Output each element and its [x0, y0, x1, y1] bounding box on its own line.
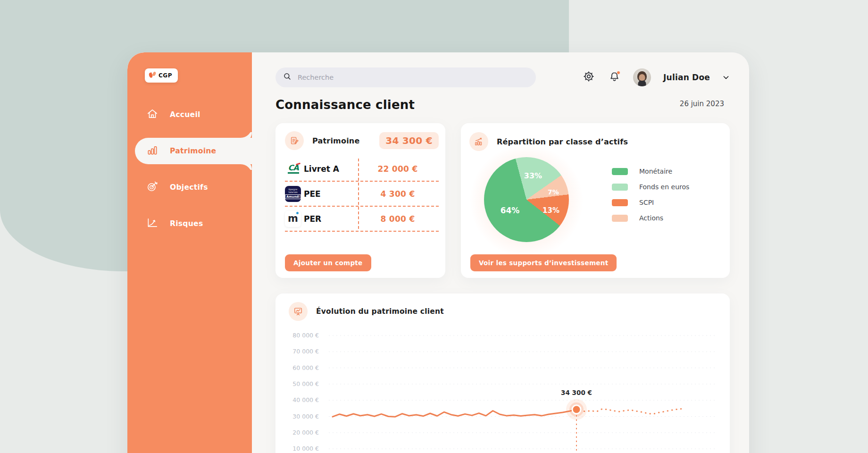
view-investments-button[interactable]: Voir les supports d’investissement: [470, 254, 617, 271]
main-content: Julian Doe Connaissance client 26 juin 2…: [252, 52, 749, 453]
cards-row: Patrimoine 34 300 € CA Livret A 22 000 €: [275, 123, 730, 278]
notifications-button[interactable]: [608, 71, 621, 84]
y-axis-label: 30 000 €: [282, 413, 319, 420]
m-logo: m: [285, 211, 304, 227]
account-row[interactable]: CA Livret A 22 000 €: [285, 157, 439, 182]
chevron-down-icon[interactable]: [722, 74, 730, 81]
evolution-chart-svg[interactable]: 34 300 €: [275, 294, 730, 453]
search-bar[interactable]: [275, 67, 536, 87]
y-axis-label: 10 000 €: [282, 445, 319, 452]
y-axis-label: 70 000 €: [282, 348, 319, 355]
legend-label: Fonds en euros: [639, 183, 689, 191]
pie-slice-label: 13%: [542, 206, 559, 215]
highlighted-data-point[interactable]: [572, 405, 581, 414]
account-name: Livret A: [304, 164, 357, 174]
legend-swatch: [612, 199, 628, 206]
asset-allocation-pie-chart[interactable]: [484, 157, 569, 242]
total-badge: 34 300 €: [379, 132, 439, 149]
gear-icon: [583, 70, 595, 84]
app-logo[interactable]: CGP: [145, 68, 178, 83]
account-row[interactable]: m PER 8 000 €: [285, 207, 439, 232]
evolution-card: Évolution du patrimoine client 34 300 € …: [275, 294, 730, 453]
pie-slice-label: 64%: [501, 206, 520, 215]
search-input[interactable]: [298, 74, 528, 81]
legend-item: Monétaire: [612, 168, 689, 175]
amundi-logo: Epargne Salariale Amundi: [285, 186, 304, 202]
credit-agricole-logo: CA: [285, 162, 304, 176]
search-icon: [283, 72, 292, 83]
legend-swatch: [612, 215, 628, 222]
sidebar-item-accueil[interactable]: Accueil: [135, 101, 252, 128]
sidebar-item-objectifs[interactable]: Objectifs: [135, 174, 252, 201]
sidebar-item-patrimoine[interactable]: Patrimoine: [135, 138, 252, 164]
add-account-button[interactable]: Ajouter un compte: [285, 254, 371, 271]
y-axis-label: 80 000 €: [282, 332, 319, 339]
account-name: PEE: [304, 189, 357, 199]
topbar: Julian Doe: [275, 67, 730, 87]
legend-label: SCPI: [639, 199, 654, 206]
highlight-value-label: 34 300 €: [561, 389, 592, 396]
home-icon: [146, 108, 159, 122]
avatar[interactable]: [633, 68, 651, 86]
document-pen-icon: [285, 131, 304, 150]
sidebar-item-label: Risques: [170, 219, 203, 228]
evolution-line-chart: 34 300 € 80 000 €70 000 €60 000 €50 000 …: [275, 294, 730, 453]
allocation-card: Répartition par classe d’actifs 64% 33% …: [461, 123, 730, 278]
pie-slice-label: 7%: [548, 188, 559, 196]
y-axis-label: 50 000 €: [282, 380, 319, 387]
app-window: CGP Accueil Patrimoine: [127, 52, 749, 453]
user-name[interactable]: Julian Doe: [663, 73, 710, 82]
legend-item: Fonds en euros: [612, 183, 689, 191]
account-name: PER: [304, 214, 357, 224]
title-row: Connaissance client 26 juin 2023: [275, 98, 730, 112]
y-axis-label: 60 000 €: [282, 364, 319, 371]
topbar-right: Julian Doe: [582, 68, 730, 86]
leaf-logo-icon: [149, 72, 156, 79]
sidebar: CGP Accueil Patrimoine: [127, 52, 252, 453]
page-title: Connaissance client: [275, 98, 415, 112]
account-value: 8 000 €: [357, 214, 439, 224]
risk-curve-icon: [146, 217, 159, 231]
legend-swatch: [612, 184, 628, 191]
sidebar-item-risques[interactable]: Risques: [135, 210, 252, 237]
accounts-list: CA Livret A 22 000 € Epargne Salariale A…: [285, 157, 439, 232]
current-date: 26 juin 2023: [680, 100, 724, 108]
legend-item: Actions: [612, 214, 689, 222]
patrimoine-card-header: Patrimoine 34 300 €: [285, 131, 439, 150]
bar-chart-icon: [146, 144, 159, 158]
account-value: 4 300 €: [357, 189, 439, 199]
sidebar-nav: Accueil Patrimoine Objectifs: [127, 101, 252, 247]
legend-item: SCPI: [612, 199, 689, 206]
sidebar-item-label: Accueil: [170, 110, 200, 119]
settings-button[interactable]: [582, 71, 595, 84]
chart-growth-icon: [469, 132, 488, 151]
patrimoine-card: Patrimoine 34 300 € CA Livret A 22 000 €: [275, 123, 445, 278]
sidebar-item-label: Patrimoine: [170, 147, 216, 155]
y-axis-label: 20 000 €: [282, 429, 319, 436]
pie-legend: Monétaire Fonds en euros SCPI Actions: [612, 168, 689, 222]
legend-swatch: [612, 168, 628, 175]
account-value: 22 000 €: [357, 164, 439, 174]
account-row[interactable]: Epargne Salariale Amundi PEE 4 300 €: [285, 182, 439, 207]
pie-slice-label: 33%: [524, 171, 542, 180]
legend-label: Actions: [639, 214, 663, 222]
sidebar-item-label: Objectifs: [170, 183, 208, 192]
brand-name: CGP: [159, 72, 172, 79]
y-axis-label: 40 000 €: [282, 396, 319, 403]
legend-label: Monétaire: [639, 168, 672, 175]
card-title: Patrimoine: [312, 136, 360, 145]
target-icon: [146, 180, 159, 194]
